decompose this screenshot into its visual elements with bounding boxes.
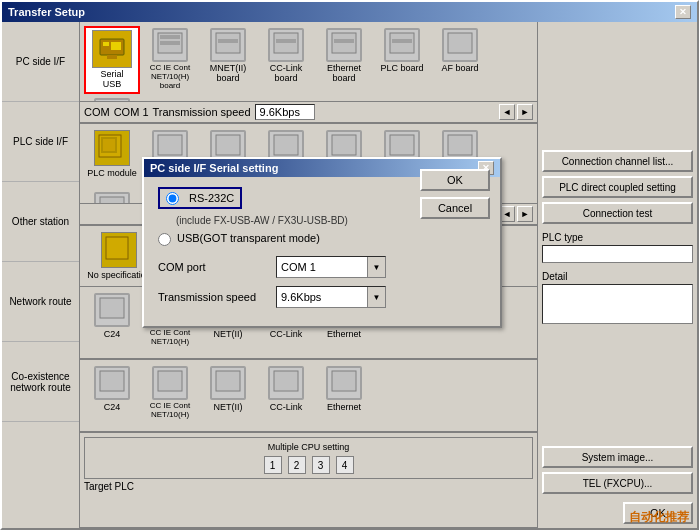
dialog-cancel-btn[interactable]: Cancel bbox=[420, 197, 490, 219]
main-window: Transfer Setup ✕ PC side I/F PLC side I/… bbox=[0, 0, 699, 530]
dialog-title-text: PC side I/F Serial setting bbox=[150, 162, 278, 174]
rs232c-radio[interactable] bbox=[166, 192, 179, 205]
com-port-row: COM port COM 1 ▼ bbox=[158, 256, 486, 278]
speed-select-value: 9.6Kbps bbox=[277, 291, 367, 303]
rs232c-label: RS-232C bbox=[189, 192, 234, 204]
com-port-select[interactable]: COM 1 ▼ bbox=[276, 256, 386, 278]
serial-setting-dialog: PC side I/F Serial setting ✕ RS-232C (in… bbox=[142, 157, 502, 328]
usb-label: USB(GOT transparent mode) bbox=[177, 232, 320, 244]
dialog-buttons: OK Cancel bbox=[420, 169, 490, 219]
dialog-ok-btn[interactable]: OK bbox=[420, 169, 490, 191]
com-port-value: COM 1 bbox=[277, 261, 367, 273]
dialog-overlay: PC side I/F Serial setting ✕ RS-232C (in… bbox=[2, 2, 697, 528]
rs232c-selected-box: RS-232C bbox=[158, 187, 242, 209]
usb-radio[interactable] bbox=[158, 233, 171, 246]
radio-usb-option: USB(GOT transparent mode) bbox=[158, 232, 486, 246]
speed-form-label: Transmission speed bbox=[158, 291, 268, 303]
dialog-body: RS-232C (include FX-USB-AW / FX3U-USB-BD… bbox=[144, 177, 500, 326]
com-port-arrow[interactable]: ▼ bbox=[367, 257, 385, 277]
speed-select[interactable]: 9.6Kbps ▼ bbox=[276, 286, 386, 308]
speed-arrow[interactable]: ▼ bbox=[367, 287, 385, 307]
speed-row: Transmission speed 9.6Kbps ▼ bbox=[158, 286, 486, 308]
com-port-form-label: COM port bbox=[158, 261, 268, 273]
